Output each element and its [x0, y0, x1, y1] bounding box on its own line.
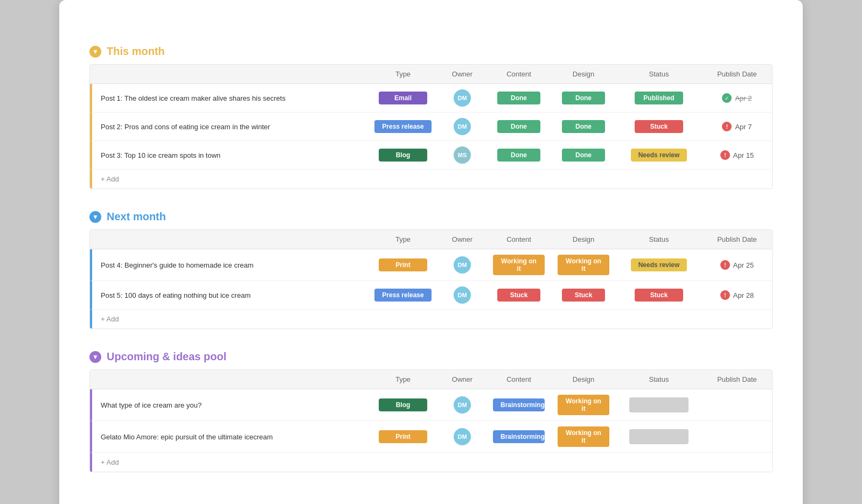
- table-row: What type of ice cream are you?BlogDMBra…: [90, 389, 772, 421]
- section-collapse-icon[interactable]: ▼: [89, 211, 101, 223]
- col-header-name: [90, 230, 368, 249]
- status-badge: Needs review: [631, 258, 687, 271]
- post-status[interactable]: Stuck: [616, 115, 702, 138]
- post-owner: DM: [438, 251, 486, 279]
- content-badge: Done: [497, 120, 540, 133]
- status-badge-empty: [629, 429, 689, 444]
- add-item-row[interactable]: + Add: [90, 453, 772, 472]
- publish-date-text: Apr 2: [735, 94, 752, 102]
- post-content-status[interactable]: Done: [486, 115, 551, 138]
- table-row: Post 5: 100 days of eating nothing but i…: [90, 281, 772, 310]
- post-design-status[interactable]: Done: [551, 143, 616, 167]
- post-type[interactable]: Print: [368, 425, 438, 449]
- post-content-status[interactable]: Done: [486, 143, 551, 167]
- post-design-status[interactable]: Stuck: [551, 283, 616, 307]
- type-badge: Email: [379, 92, 427, 104]
- post-name: Gelato Mio Amore: epic pursuit of the ul…: [92, 428, 368, 446]
- table-upcoming: TypeOwnerContentDesignStatusPublish Date…: [89, 369, 773, 472]
- section-collapse-icon[interactable]: ▼: [89, 46, 101, 58]
- post-name: Post 4: Beginner's guide to homemade ice…: [92, 256, 368, 275]
- post-content-status[interactable]: Stuck: [486, 283, 551, 307]
- col-header-type: Type: [368, 230, 438, 249]
- warn-icon: !: [720, 150, 730, 160]
- post-type[interactable]: Press release: [368, 283, 438, 307]
- post-type[interactable]: Press release: [368, 115, 438, 138]
- table-row: Post 1: The oldest ice cream maker alive…: [90, 84, 772, 113]
- col-header-status: Status: [616, 370, 702, 389]
- post-status[interactable]: Needs review: [616, 143, 702, 167]
- table-header-row: TypeOwnerContentDesignStatusPublish Date: [90, 370, 772, 389]
- post-type[interactable]: Email: [368, 86, 438, 110]
- col-header-publish-date: Publish Date: [702, 230, 772, 249]
- main-card: ▼ This month TypeOwnerContentDesignStatu…: [59, 0, 803, 504]
- table-row: Gelato Mio Amore: epic pursuit of the ul…: [90, 421, 772, 453]
- type-badge: Press release: [374, 120, 431, 133]
- post-publish-date: [702, 431, 772, 442]
- section-title: This month: [107, 45, 165, 58]
- section-next-month: ▼ Next month TypeOwnerContentDesignStatu…: [89, 211, 773, 329]
- content-badge: Stuck: [497, 289, 540, 302]
- publish-date-text: Apr 25: [733, 261, 754, 269]
- avatar: DM: [454, 256, 471, 274]
- post-type[interactable]: Blog: [368, 393, 438, 417]
- post-owner: DM: [438, 281, 486, 309]
- post-publish-date: [702, 400, 772, 410]
- post-design-status[interactable]: Working on it: [551, 421, 616, 452]
- content-badge: Done: [497, 92, 540, 104]
- warn-icon: !: [722, 122, 732, 131]
- section-collapse-icon[interactable]: ▼: [89, 351, 101, 363]
- post-owner: DM: [438, 391, 486, 419]
- col-header-owner: Owner: [438, 230, 486, 249]
- post-name: What type of ice cream are you?: [92, 396, 368, 415]
- publish-date-text: Apr 7: [735, 123, 752, 131]
- status-badge: Published: [635, 92, 683, 104]
- design-badge: Stuck: [562, 289, 605, 302]
- status-badge-empty: [629, 397, 689, 412]
- col-header-name: [90, 370, 368, 389]
- col-header-name: [90, 65, 368, 83]
- warn-icon: !: [720, 260, 730, 270]
- type-badge: Blog: [379, 149, 427, 162]
- col-header-status: Status: [616, 230, 702, 249]
- type-badge: Press release: [374, 289, 431, 302]
- col-header-type: Type: [368, 370, 438, 389]
- type-badge: Print: [379, 258, 427, 271]
- post-status[interactable]: Needs review: [616, 253, 702, 277]
- section-this-month: ▼ This month TypeOwnerContentDesignStatu…: [89, 45, 773, 189]
- post-design-status[interactable]: Working on it: [551, 389, 616, 421]
- col-header-publish-date: Publish Date: [702, 370, 772, 389]
- add-item-row[interactable]: + Add: [90, 170, 772, 188]
- post-content-status[interactable]: Brainstorming: [486, 425, 551, 449]
- design-badge: Working on it: [558, 426, 609, 447]
- post-content-status[interactable]: Brainstorming: [486, 393, 551, 417]
- content-badge: Done: [497, 149, 540, 162]
- post-content-status[interactable]: Done: [486, 86, 551, 110]
- avatar: DM: [454, 286, 471, 304]
- col-header-design: Design: [551, 65, 616, 83]
- avatar: MS: [454, 146, 471, 164]
- post-status[interactable]: Stuck: [616, 283, 702, 307]
- post-status[interactable]: [616, 424, 702, 450]
- design-badge: Working on it: [558, 395, 609, 415]
- table-header-row: TypeOwnerContentDesignStatusPublish Date: [90, 230, 772, 249]
- post-type[interactable]: Blog: [368, 143, 438, 167]
- add-item-row[interactable]: + Add: [90, 310, 772, 328]
- post-design-status[interactable]: Working on it: [551, 249, 616, 281]
- avatar: DM: [454, 428, 471, 445]
- post-owner: MS: [438, 141, 486, 169]
- post-design-status[interactable]: Done: [551, 86, 616, 110]
- avatar: DM: [454, 118, 471, 135]
- post-name: Post 3: Top 10 ice cream spots in town: [92, 146, 368, 165]
- post-design-status[interactable]: Done: [551, 115, 616, 138]
- content-badge: Brainstorming: [493, 430, 545, 443]
- table-next-month: TypeOwnerContentDesignStatusPublish Date…: [89, 229, 773, 329]
- post-status[interactable]: Published: [616, 86, 702, 110]
- col-header-owner: Owner: [438, 65, 486, 83]
- post-name: Post 1: The oldest ice cream maker alive…: [92, 89, 368, 108]
- post-content-status[interactable]: Working on it: [486, 249, 551, 281]
- post-type[interactable]: Print: [368, 253, 438, 277]
- post-name: Post 5: 100 days of eating nothing but i…: [92, 286, 368, 305]
- post-status[interactable]: [616, 392, 702, 418]
- post-owner: DM: [438, 113, 486, 141]
- section-title: Upcoming & ideas pool: [107, 351, 226, 363]
